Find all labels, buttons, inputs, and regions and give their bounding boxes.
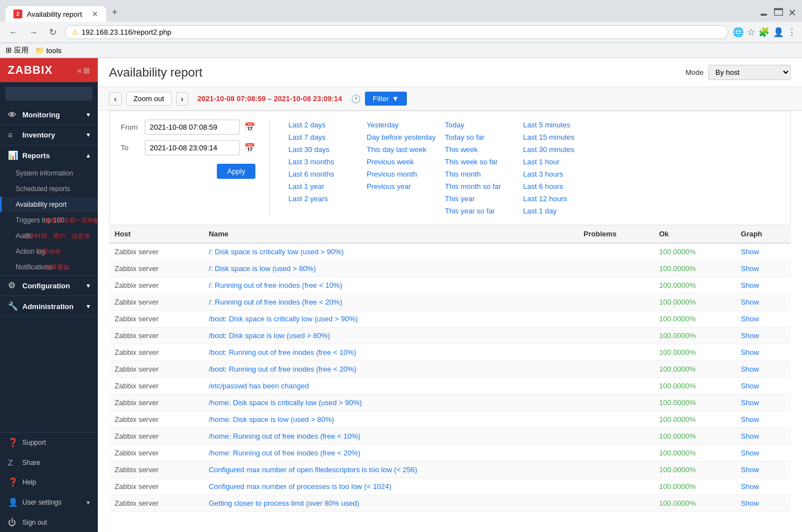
zoom-out-button[interactable]: Zoom out <box>126 92 172 106</box>
sidebar-item-reports[interactable]: 📊 Reports ▴ <box>0 145 98 165</box>
cell-graph[interactable]: Show <box>735 378 791 395</box>
sidebar-item-audit[interactable]: Audit 记录时间、用户、信息等 <box>0 228 98 244</box>
menu-icon[interactable]: ⋮ <box>787 27 796 37</box>
cell-name[interactable]: Configured max number of open filedescri… <box>203 462 578 478</box>
cell-graph[interactable]: Show <box>735 361 791 378</box>
quick-link-last3months[interactable]: Last 3 months <box>284 156 362 167</box>
collapse-icon[interactable]: « <box>77 66 82 75</box>
from-date-input[interactable] <box>145 120 240 135</box>
minimize-button[interactable]: 🗕 <box>759 7 769 18</box>
tools-bookmark[interactable]: 📁 tools <box>35 46 61 55</box>
cell-name[interactable]: /: Running out of free inodes (free < 10… <box>203 277 578 294</box>
sidebar-item-user-settings[interactable]: 👤 User settings ▾ <box>0 492 98 512</box>
sidebar-item-configuration[interactable]: ⚙ Configuration ▾ <box>0 276 98 296</box>
maximize-button[interactable]: 🗖 <box>773 7 784 18</box>
quick-link-last1year[interactable]: Last 1 year <box>284 181 362 192</box>
translate-icon[interactable]: 🌐 <box>733 27 744 37</box>
cell-name[interactable]: /: Disk space is critically low (used > … <box>203 243 578 260</box>
calendar-icon[interactable]: 🕐 <box>351 94 360 103</box>
back-button[interactable]: ← <box>6 26 21 39</box>
filter-prev-button[interactable]: ‹ <box>109 92 122 106</box>
filter-next-button[interactable]: › <box>176 92 189 106</box>
quick-link-last2years[interactable]: Last 2 years <box>284 193 362 204</box>
quick-link-last15min[interactable]: Last 15 minutes <box>519 132 597 142</box>
quick-link-last12hours[interactable]: Last 12 hours <box>519 193 597 204</box>
sidebar-item-notifications[interactable]: Notifications 记录通知 <box>0 259 98 275</box>
sidebar-item-share[interactable]: Z Share <box>0 453 98 472</box>
cell-name[interactable]: Configured max number of processes is to… <box>203 478 578 495</box>
cell-graph[interactable]: Show <box>735 428 791 445</box>
cell-graph[interactable]: Show <box>735 327 791 344</box>
sidebar-item-inventory[interactable]: ≡ Inventory ▾ <box>0 125 98 145</box>
cell-graph[interactable]: Show <box>735 294 791 311</box>
cell-name[interactable]: /boot: Running out of free inodes (free … <box>203 344 578 361</box>
apps-bookmark[interactable]: ⊞ 应用 <box>6 45 29 55</box>
quick-link-last5min[interactable]: Last 5 minutes <box>519 120 597 130</box>
cell-name[interactable]: /home: Running out of free inodes (free … <box>203 445 578 462</box>
cell-graph[interactable]: Show <box>735 260 791 277</box>
sidebar-item-triggers-top100[interactable]: Triggers top 100 差看排名前一百的触发器 <box>0 212 98 228</box>
new-tab-button[interactable]: + <box>106 3 124 22</box>
profile-icon[interactable]: 👤 <box>773 27 784 37</box>
cell-graph[interactable]: Show <box>735 411 791 428</box>
quick-link-thisdaylastweek[interactable]: This day last week <box>362 144 440 155</box>
cell-graph[interactable]: Show <box>735 344 791 361</box>
cell-graph[interactable]: Show <box>735 495 791 512</box>
cell-name[interactable]: Getting closer to process limit (over 80… <box>203 495 578 512</box>
quick-link-last7days[interactable]: Last 7 days <box>284 132 362 142</box>
quick-link-thisweek[interactable]: This week <box>440 144 519 155</box>
quick-link-last1day[interactable]: Last 1 day <box>519 206 597 216</box>
cell-graph[interactable]: Show <box>735 311 791 327</box>
active-tab[interactable]: Z Availability report ✕ <box>6 6 106 22</box>
quick-link-yesterday[interactable]: Yesterday <box>362 120 440 130</box>
quick-link-today[interactable]: Today <box>440 120 519 130</box>
filter-button[interactable]: Filter ▼ <box>365 92 407 106</box>
sidebar-item-administration[interactable]: 🔧 Administration ▾ <box>0 296 98 316</box>
to-calendar-icon[interactable]: 📅 <box>244 142 255 153</box>
sidebar-item-action-log[interactable]: Action log 记录动作 <box>0 244 98 259</box>
quick-link-last6months[interactable]: Last 6 months <box>284 169 362 179</box>
sidebar-item-support[interactable]: ❓ Support <box>0 433 98 453</box>
sidebar-item-availability-report[interactable]: Availability report <box>0 197 98 212</box>
quick-link-last3hours[interactable]: Last 3 hours <box>519 169 597 179</box>
sidebar-item-sign-out[interactable]: ⏻ Sign out <box>0 512 98 532</box>
cell-graph[interactable]: Show <box>735 445 791 462</box>
bookmark-icon[interactable]: ☆ <box>747 27 755 37</box>
cell-graph[interactable]: Show <box>735 277 791 294</box>
quick-link-thismonth[interactable]: This month <box>440 169 519 179</box>
grid-icon[interactable]: ⊞ <box>83 66 90 75</box>
cell-graph[interactable]: Show <box>735 243 791 260</box>
cell-name[interactable]: /boot: Disk space is critically low (use… <box>203 311 578 327</box>
mode-select[interactable]: By host By trigger template <box>708 65 791 80</box>
cell-name[interactable]: /home: Disk space is critically low (use… <box>203 395 578 411</box>
extensions-icon[interactable]: 🧩 <box>758 27 770 37</box>
quick-link-last6hours[interactable]: Last 6 hours <box>519 181 597 192</box>
sidebar-item-scheduled-reports[interactable]: Scheduled reports <box>0 181 98 197</box>
cell-name[interactable]: /: Running out of free inodes (free < 20… <box>203 294 578 311</box>
quick-link-thisyearsofar[interactable]: This year so far <box>440 206 519 216</box>
quick-link-last2days[interactable]: Last 2 days <box>284 120 362 130</box>
tab-close-button[interactable]: ✕ <box>92 10 98 18</box>
quick-link-thismonthsofar[interactable]: This month so far <box>440 181 519 192</box>
sidebar-item-monitoring[interactable]: 👁 Monitoring ▾ <box>0 105 98 125</box>
quick-link-previousmonth[interactable]: Previous month <box>362 169 440 179</box>
cell-name[interactable]: /home: Running out of free inodes (free … <box>203 428 578 445</box>
cell-graph[interactable]: Show <box>735 462 791 478</box>
refresh-button[interactable]: ↻ <box>46 25 60 39</box>
quick-link-last1hour[interactable]: Last 1 hour <box>519 156 597 167</box>
cell-graph[interactable]: Show <box>735 478 791 495</box>
sidebar-search-input[interactable] <box>6 87 92 101</box>
sidebar-item-help[interactable]: ❓ Help <box>0 472 98 492</box>
cell-graph[interactable]: Show <box>735 395 791 411</box>
quick-link-daybeforeyesterday[interactable]: Day before yesterday <box>362 132 440 142</box>
to-date-input[interactable] <box>145 140 240 155</box>
address-bar[interactable]: ⚠ 192.168.23.116/report2.php <box>64 25 728 39</box>
apply-button[interactable]: Apply <box>217 164 255 179</box>
close-window-button[interactable]: ✕ <box>788 7 796 19</box>
forward-button[interactable]: → <box>26 26 41 39</box>
cell-name[interactable]: /home: Disk space is low (used > 80%) <box>203 411 578 428</box>
cell-name[interactable]: /etc/passwd has been changed <box>203 378 578 395</box>
quick-link-last30min[interactable]: Last 30 minutes <box>519 144 597 155</box>
quick-link-thisyear[interactable]: This year <box>440 193 519 204</box>
quick-link-previousweek[interactable]: Previous week <box>362 156 440 167</box>
